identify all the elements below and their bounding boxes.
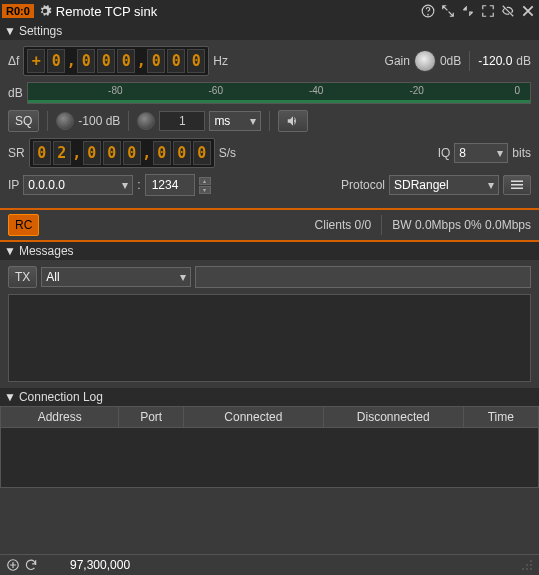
freq-digit[interactable]: 0 (147, 49, 165, 73)
settings-header[interactable]: ▼ Settings (0, 22, 539, 40)
protocol-select[interactable]: SDRangel▾ (389, 175, 499, 195)
freq-digit[interactable]: 0 (167, 49, 185, 73)
messages-title: Messages (19, 244, 74, 258)
title-bar: R0:0 Remote TCP sink (0, 0, 539, 22)
port-input[interactable] (145, 174, 195, 196)
squelch-delay-input[interactable] (159, 111, 205, 131)
connection-log-title: Connection Log (19, 390, 103, 404)
svg-point-9 (522, 568, 524, 570)
iq-label: IQ (438, 146, 451, 160)
settings-panel: Δf + 0 , 0 0 0 , 0 0 0 Hz Gain 0dB -120.… (0, 40, 539, 208)
spin-up-icon[interactable]: ▴ (199, 177, 211, 185)
message-input[interactable] (195, 266, 531, 288)
connection-log-header[interactable]: ▼ Connection Log (0, 388, 539, 406)
resize-grip-icon[interactable] (521, 559, 533, 571)
col-connected[interactable]: Connected (183, 407, 323, 428)
sr-digit[interactable]: 0 (103, 141, 121, 165)
delay-unit-select[interactable]: ms▾ (209, 111, 261, 131)
gain-value: 0dB (440, 54, 461, 68)
clients-status: Clients 0/0 (315, 218, 372, 232)
sr-digit[interactable]: 0 (153, 141, 171, 165)
expand-icon[interactable] (479, 2, 497, 20)
sr-digit[interactable]: 0 (193, 141, 211, 165)
move-out-icon[interactable] (439, 2, 457, 20)
chevron-down-icon: ▾ (488, 178, 494, 192)
tx-button[interactable]: TX (8, 266, 37, 288)
close-icon[interactable] (519, 2, 537, 20)
collapse-triangle-icon: ▼ (4, 244, 16, 258)
message-filter-select[interactable]: All▾ (41, 267, 191, 287)
spin-down-icon[interactable]: ▾ (199, 186, 211, 194)
frequency-offset-input[interactable]: + 0 , 0 0 0 , 0 0 0 (23, 46, 209, 76)
iq-bits-select[interactable]: 8▾ (454, 143, 508, 163)
divider (269, 111, 270, 131)
squelch-delay-dial[interactable] (137, 112, 155, 130)
messages-header[interactable]: ▼ Messages (0, 242, 539, 260)
gain-label: Gain (385, 54, 410, 68)
db-scale-label: dB (8, 86, 23, 100)
svg-point-8 (530, 564, 532, 566)
reload-icon[interactable] (24, 558, 40, 572)
add-channel-icon[interactable] (6, 558, 22, 572)
status-row: RC Clients 0/0 BW 0.0Mbps 0% 0.0Mbps (0, 208, 539, 242)
divider (381, 215, 382, 235)
svg-point-7 (526, 564, 528, 566)
ip-port-sep: : (137, 178, 140, 192)
hide-icon[interactable] (499, 2, 517, 20)
ip-label: IP (8, 178, 19, 192)
collapse-triangle-icon: ▼ (4, 390, 16, 404)
col-time[interactable]: Time (463, 407, 538, 428)
footer-bar: 97,300,000 (0, 554, 539, 575)
gain-dial[interactable] (414, 50, 436, 72)
freq-digit[interactable]: 0 (77, 49, 95, 73)
freq-digit[interactable]: 0 (47, 49, 65, 73)
table-header-row: Address Port Connected Disconnected Time (1, 407, 539, 428)
rc-button[interactable]: RC (8, 214, 39, 236)
gear-icon[interactable] (38, 4, 52, 18)
delta-f-label: Δf (8, 54, 19, 68)
sr-digit[interactable]: 0 (83, 141, 101, 165)
power-meter: -80 -60 -40 -20 0 (27, 82, 531, 104)
freq-digit[interactable]: 0 (187, 49, 205, 73)
connection-log-rows[interactable] (0, 428, 539, 488)
port-spinner[interactable]: ▴▾ (199, 177, 211, 194)
digit-sep: , (73, 141, 81, 165)
sr-digit[interactable]: 0 (173, 141, 191, 165)
freq-sign[interactable]: + (27, 49, 45, 73)
squelch-level-dial[interactable] (56, 112, 74, 130)
freq-digit[interactable]: 0 (117, 49, 135, 73)
sr-label: SR (8, 146, 25, 160)
col-address[interactable]: Address (1, 407, 119, 428)
sr-digit[interactable]: 2 (53, 141, 71, 165)
col-port[interactable]: Port (119, 407, 184, 428)
audio-mute-button[interactable] (278, 110, 308, 132)
power-unit: dB (516, 54, 531, 68)
menu-button[interactable] (503, 175, 531, 195)
sample-rate-input[interactable]: 0 2 , 0 0 0 , 0 0 0 (29, 138, 215, 168)
sr-digit[interactable]: 0 (123, 141, 141, 165)
channel-index-badge[interactable]: R0:0 (2, 4, 34, 18)
freq-digit[interactable]: 0 (97, 49, 115, 73)
chevron-down-icon: ▾ (250, 114, 256, 128)
iq-unit: bits (512, 146, 531, 160)
col-disconnected[interactable]: Disconnected (323, 407, 463, 428)
shrink-icon[interactable] (459, 2, 477, 20)
ip-address-select[interactable]: 0.0.0.0▾ (23, 175, 133, 195)
digit-sep: , (143, 141, 151, 165)
help-icon[interactable] (419, 2, 437, 20)
svg-point-6 (530, 560, 532, 562)
bandwidth-status: BW 0.0Mbps 0% 0.0Mbps (392, 218, 531, 232)
chevron-down-icon: ▾ (497, 146, 503, 160)
divider (47, 111, 48, 131)
freq-unit: Hz (213, 54, 228, 68)
protocol-label: Protocol (341, 178, 385, 192)
svg-rect-3 (511, 184, 523, 186)
message-log-area[interactable] (8, 294, 531, 382)
squelch-button[interactable]: SQ (8, 110, 39, 132)
svg-rect-4 (511, 188, 523, 190)
settings-title: Settings (19, 24, 62, 38)
sr-digit[interactable]: 0 (33, 141, 51, 165)
collapse-triangle-icon: ▼ (4, 24, 16, 38)
divider (128, 111, 129, 131)
messages-panel: TX All▾ (0, 260, 539, 388)
